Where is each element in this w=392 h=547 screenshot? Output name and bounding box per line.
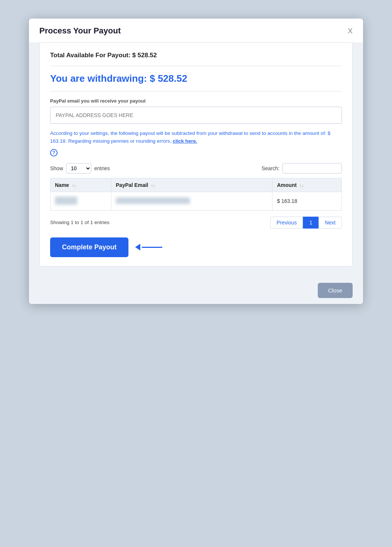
blurred-name bbox=[55, 197, 77, 205]
total-available-text: Total Available For Payout: $ 528.52 bbox=[50, 52, 342, 66]
modal-body: Total Available For Payout: $ 528.52 You… bbox=[29, 42, 363, 277]
table-controls: Show 10 25 50 entries Search: bbox=[50, 163, 342, 174]
next-button[interactable]: Next bbox=[318, 217, 342, 229]
col-email[interactable]: PayPal Email ↑↓ bbox=[111, 178, 272, 192]
paypal-email-label: PayPal email you will receive your payou… bbox=[50, 98, 342, 104]
blurred-email bbox=[116, 197, 190, 204]
col-name[interactable]: Name ↑↓ bbox=[50, 178, 111, 192]
col-amount[interactable]: Amount ↑↓ bbox=[272, 178, 342, 192]
modal-footer: Close bbox=[29, 277, 363, 304]
show-label: Show bbox=[50, 165, 63, 171]
cell-email bbox=[111, 192, 272, 210]
close-button[interactable]: Close bbox=[318, 283, 353, 298]
paypal-email-input[interactable] bbox=[50, 107, 342, 124]
arrow-head bbox=[135, 244, 140, 250]
entries-select[interactable]: 10 25 50 bbox=[66, 163, 91, 174]
previous-button[interactable]: Previous bbox=[270, 217, 303, 229]
page-overlay: Process Your Payout X Total Available Fo… bbox=[0, 7, 392, 547]
withdrawing-amount: You are withdrawing: $ 528.52 bbox=[50, 73, 342, 91]
pagination-controls: Previous 1 Next bbox=[270, 217, 342, 229]
arrow-shaft bbox=[142, 247, 162, 248]
pagination-row: Showing 1 to 1 of 1 entries Previous 1 N… bbox=[50, 217, 342, 229]
help-icon[interactable]: ? bbox=[50, 149, 58, 156]
entries-label: entries bbox=[94, 165, 110, 171]
modal-header: Process Your Payout X bbox=[29, 19, 363, 42]
payout-modal: Process Your Payout X Total Available Fo… bbox=[29, 19, 363, 304]
complete-payout-button[interactable]: Complete Payout bbox=[50, 237, 128, 257]
sort-arrows-name: ↑↓ bbox=[72, 183, 76, 188]
search-input[interactable] bbox=[282, 163, 342, 174]
payout-table: Name ↑↓ PayPal Email ↑↓ Amount ↑↓ bbox=[50, 178, 342, 211]
arrow-indicator bbox=[135, 244, 162, 250]
complete-payout-row: Complete Payout bbox=[50, 237, 342, 257]
modal-close-button[interactable]: X bbox=[348, 27, 353, 35]
cell-name bbox=[50, 192, 111, 210]
page-1-button[interactable]: 1 bbox=[303, 217, 318, 229]
inner-card: Total Available For Payout: $ 528.52 You… bbox=[39, 42, 353, 266]
modal-title: Process Your Payout bbox=[39, 26, 121, 36]
cell-amount: $ 163.18 bbox=[272, 192, 342, 210]
table-header-row: Name ↑↓ PayPal Email ↑↓ Amount ↑↓ bbox=[50, 178, 342, 192]
table-row: $ 163.18 bbox=[50, 192, 342, 210]
show-entries-control: Show 10 25 50 entries bbox=[50, 163, 110, 174]
showing-text: Showing 1 to 1 of 1 entries bbox=[50, 220, 110, 225]
warning-text: According to your settings, the followin… bbox=[50, 130, 342, 145]
search-box: Search: bbox=[262, 163, 342, 174]
sort-arrows-email: ↑↓ bbox=[151, 183, 155, 188]
search-label: Search: bbox=[262, 165, 280, 171]
click-here-link[interactable]: click here. bbox=[173, 138, 197, 144]
sort-arrows-amount: ↑↓ bbox=[300, 183, 304, 188]
